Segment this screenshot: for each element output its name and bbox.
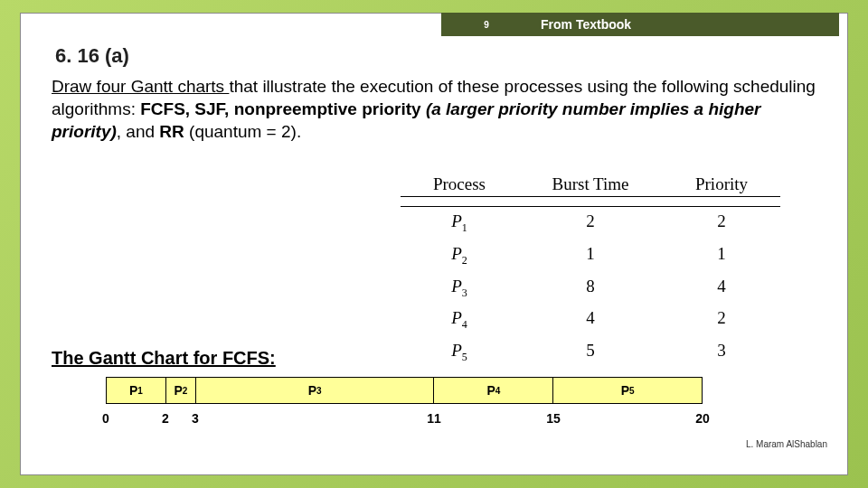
table-header: Process Burst Time Priority [401, 174, 780, 197]
prompt-lead: Draw four Gantt charts [52, 77, 229, 96]
gantt-tick: 2 [162, 411, 169, 426]
th-priority: Priority [663, 174, 780, 197]
author-credit: L. Maram AlShablan [746, 439, 827, 449]
gantt-ticks: 023111520 [106, 411, 703, 429]
table-row: P211 [401, 239, 780, 272]
gantt-chart-title: The Gantt Chart for FCFS: [52, 348, 276, 369]
cell-process: P5 [401, 341, 518, 364]
cell-burst: 2 [518, 211, 663, 235]
prompt-mid2: , and [117, 122, 160, 141]
cell-process: P2 [401, 244, 518, 267]
cell-priority: 2 [663, 211, 780, 235]
prompt-algos: FCFS, SJF, nonpreemptive priority [140, 99, 426, 118]
table-row: P442 [401, 304, 780, 336]
question-prompt: Draw four Gantt charts that illustrate t… [52, 75, 816, 143]
table-row: P384 [401, 272, 780, 305]
cell-priority: 4 [663, 277, 780, 300]
gantt-segment: P4 [433, 377, 552, 404]
gantt-tick: 15 [546, 411, 561, 426]
th-burst: Burst Time [518, 174, 663, 197]
gantt-bar: P1P2P3P4P5 [106, 377, 703, 404]
table-row: P122 [401, 207, 780, 239]
gantt-tick: 3 [192, 411, 199, 426]
cell-priority: 3 [663, 341, 780, 364]
gantt-tick: 20 [695, 411, 710, 426]
gantt-tick: 0 [102, 411, 109, 426]
header-title: From Textbook [532, 17, 839, 32]
cell-burst: 4 [518, 308, 663, 332]
gantt-segment: P5 [552, 377, 702, 404]
cell-burst: 5 [518, 341, 663, 364]
cell-process: P4 [401, 308, 518, 332]
cell-process: P3 [401, 277, 518, 300]
cell-priority: 1 [663, 244, 780, 267]
slide-frame: 9 From Textbook 6. 16 (a) Draw four Gant… [20, 13, 848, 475]
cell-process: P1 [401, 211, 518, 235]
gantt-segment: P3 [195, 377, 434, 404]
gantt-segment: P1 [106, 377, 165, 404]
header-box: 9 From Textbook [441, 13, 839, 36]
process-table: Process Burst Time Priority P122P211P384… [401, 174, 780, 369]
gantt-segment: P2 [165, 377, 195, 404]
gantt-tick: 11 [427, 411, 441, 426]
prompt-rr: RR [159, 122, 184, 141]
section-number: 6. 16 (a) [55, 44, 129, 68]
cell-priority: 2 [663, 308, 780, 332]
cell-burst: 1 [518, 244, 663, 267]
cell-burst: 8 [518, 277, 663, 300]
table-row: P553 [401, 336, 780, 369]
page-number: 9 [441, 20, 532, 30]
th-process: Process [401, 174, 518, 197]
table-body: P122P211P384P442P553 [401, 206, 780, 369]
prompt-tail: (quantum = 2). [184, 122, 301, 141]
gantt-chart: P1P2P3P4P5 023111520 [106, 377, 703, 429]
